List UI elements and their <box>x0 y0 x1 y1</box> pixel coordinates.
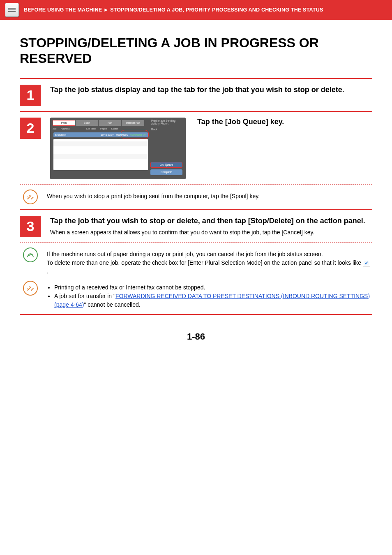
ui-col-job: Job <box>53 127 57 130</box>
note-plural-line2: To delete more than one job, operate the… <box>47 259 372 276</box>
ui-columns: Job Address Set Time Pages Status <box>53 127 151 130</box>
machine-icon <box>5 3 19 17</box>
checkbox-checked-icon: ✔ <box>363 260 370 266</box>
job-queue-button[interactable]: Job Queue <box>150 162 182 168</box>
breadcrumb-b: STOPPING/DELETING A JOB, PRIORITY PROCES… <box>110 7 323 13</box>
ui-col-pages: Pages <box>100 127 107 130</box>
step-3-number: 3 <box>20 216 41 237</box>
ui-tab-scan[interactable]: Scan <box>76 120 98 126</box>
step-1-head: Tap the job status display and tap the t… <box>50 85 372 95</box>
note-icon <box>23 247 38 262</box>
note-plural-line1: If the machine runs out of paper during … <box>47 250 372 259</box>
note-plural-post: . <box>47 268 48 275</box>
divider <box>20 78 372 79</box>
ui-col-addr: Address <box>61 127 70 130</box>
note-bullet-1: Printing of a received fax or Internet f… <box>54 283 372 292</box>
breadcrumb: BEFORE USING THE MACHINE ► STOPPING/DELE… <box>24 7 323 13</box>
ui-tab-print[interactable]: Print <box>53 120 75 126</box>
ui-row-pages: 0000/0001 <box>116 134 128 136</box>
page-title: STOPPING/DELETING A JOB IN PROGRESS OR R… <box>20 35 372 67</box>
step-3-head: Tap the job that you wish to stop or del… <box>50 216 372 226</box>
divider <box>20 111 372 112</box>
complete-button[interactable]: Complete <box>150 169 182 175</box>
note-bullet-2: A job set for transfer in "FORWARDING RE… <box>54 292 372 309</box>
note-plural: If the machine runs out of paper during … <box>20 247 372 276</box>
breadcrumb-arrow: ► <box>104 7 109 13</box>
note-spool-text: When you wish to stop a print job being … <box>47 190 372 201</box>
step-3: 3 Tap the job that you wish to stop or d… <box>20 216 372 237</box>
ui-list-empty <box>53 139 148 170</box>
ui-row-status: 0000/0002 OK <box>130 134 146 136</box>
note-plural-pre: To delete more than one job, operate the… <box>47 259 363 266</box>
note-bullet-2-post: " cannot be cancelled. <box>84 301 140 308</box>
note-cannot-stop: Printing of a received fax or Internet f… <box>20 281 372 309</box>
step-2-head: Tap the [Job Queue] key. <box>197 118 372 126</box>
ui-col-time: Set Time <box>86 127 96 130</box>
note-bullet-2-pre: A job set for transfer in " <box>54 293 115 299</box>
step-1: 1 Tap the job status display and tap the… <box>20 85 372 106</box>
ui-tab-fax[interactable]: Fax <box>99 120 121 126</box>
divider <box>20 209 372 210</box>
page-number: 1-86 <box>20 331 372 342</box>
prohibit-icon <box>23 281 38 296</box>
step-3-body: When a screen appears that allows you to… <box>50 228 372 236</box>
ui-row-label: Broadcast <box>55 134 66 136</box>
header-bar: BEFORE USING THE MACHINE ► STOPPING/DELE… <box>0 0 392 20</box>
step-2: 2 Print Scan Fax Internet Fax Print Imag… <box>20 118 372 179</box>
divider <box>20 314 372 315</box>
prohibit-icon <box>23 190 38 204</box>
ui-row-time: 10:45 07/07 <box>101 134 114 136</box>
divider-dashed <box>20 242 372 243</box>
step-2-number: 2 <box>20 118 41 139</box>
breadcrumb-a: BEFORE USING THE MACHINE <box>24 7 102 13</box>
ui-right-title: Print Image Sending Activity Report <box>151 119 183 126</box>
ui-tab-ifax[interactable]: Internet Fax <box>122 120 144 126</box>
ui-back[interactable]: Back <box>151 128 183 131</box>
ui-row-selected[interactable]: Broadcast 10:45 07/07 0000/0001 0000/000… <box>53 132 148 137</box>
ui-col-status: Status <box>111 127 118 130</box>
note-spool: When you wish to stop a print job being … <box>20 190 372 204</box>
divider-dashed <box>20 184 372 185</box>
step-1-number: 1 <box>20 85 41 106</box>
job-status-screenshot: Print Scan Fax Internet Fax Print Image … <box>50 118 186 179</box>
